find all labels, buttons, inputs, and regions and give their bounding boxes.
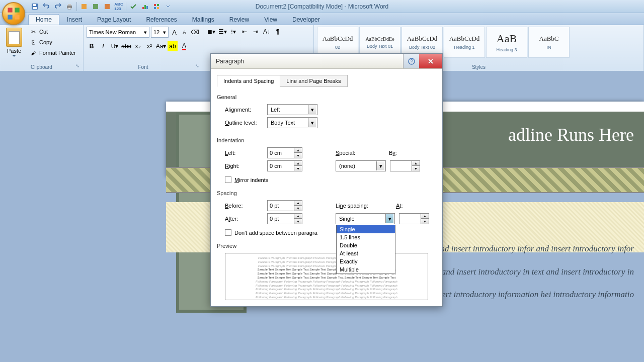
- clear-formatting-icon[interactable]: ⌫: [190, 27, 200, 37]
- tab-home[interactable]: Home: [28, 14, 59, 25]
- spin-down-icon[interactable]: ▼: [294, 153, 302, 158]
- spin-down-icon[interactable]: ▼: [412, 166, 420, 171]
- dialog-title: Paragraph: [216, 58, 244, 65]
- grid-icon[interactable]: [151, 1, 162, 12]
- spin-up-icon[interactable]: ▲: [421, 214, 429, 219]
- underline-button[interactable]: U▾: [110, 41, 120, 51]
- help-button[interactable]: ?: [403, 54, 419, 68]
- chevron-down-icon[interactable]: ▾: [308, 118, 316, 127]
- subscript-button[interactable]: x₂: [133, 41, 143, 51]
- office-button[interactable]: [2, 2, 25, 25]
- indent-left-spinner[interactable]: 0 cm▲▼: [267, 147, 302, 158]
- qat-icon-2[interactable]: [90, 1, 101, 12]
- redo-icon[interactable]: [52, 1, 63, 12]
- indent-by-spinner[interactable]: ▲▼: [390, 160, 420, 171]
- mirror-indents-checkbox[interactable]: [225, 176, 231, 183]
- change-case-button[interactable]: Aa▾: [156, 41, 166, 51]
- strikethrough-button[interactable]: abc: [121, 41, 131, 51]
- line-spacing-option[interactable]: 1.5 lines: [337, 233, 395, 241]
- clipboard-dialog-launcher[interactable]: ⤡: [75, 63, 82, 69]
- bold-button[interactable]: B: [87, 41, 97, 51]
- qat-customize-icon[interactable]: [163, 1, 174, 12]
- chevron-down-icon[interactable]: ▾: [308, 105, 316, 114]
- increase-indent-button[interactable]: ⇥: [251, 27, 261, 37]
- outline-level-combo[interactable]: Body Text▾: [267, 117, 317, 128]
- line-spacing-option[interactable]: Single: [337, 225, 395, 233]
- chevron-down-icon[interactable]: ▾: [385, 214, 393, 223]
- multilevel-button[interactable]: ⁝▾: [228, 27, 238, 37]
- shrink-font-icon[interactable]: A: [180, 27, 189, 37]
- spin-up-icon[interactable]: ▲: [294, 161, 302, 166]
- save-icon[interactable]: [29, 1, 40, 12]
- format-painter-button[interactable]: 🖌Format Painter: [27, 48, 78, 58]
- spacing-at-spinner[interactable]: ▲▼: [399, 213, 429, 224]
- spin-down-icon[interactable]: ▼: [421, 219, 429, 224]
- spin-up-icon[interactable]: ▲: [412, 161, 420, 166]
- italic-button[interactable]: I: [98, 41, 108, 51]
- tab-mailings[interactable]: Mailings: [185, 14, 222, 25]
- show-marks-button[interactable]: ¶: [273, 27, 283, 37]
- tab-review[interactable]: Review: [222, 14, 257, 25]
- tab-insert[interactable]: Insert: [59, 14, 90, 25]
- dont-add-space-checkbox[interactable]: [225, 229, 231, 236]
- line-spacing-combo[interactable]: Single ▾ Single 1.5 lines Double At leas…: [336, 213, 395, 224]
- dont-add-space-label: Don't add space between paragra: [234, 230, 317, 236]
- tab-developer[interactable]: Developer: [285, 14, 328, 25]
- cut-button[interactable]: ✂Cut: [27, 27, 78, 37]
- tab-view[interactable]: View: [257, 14, 285, 25]
- svg-rect-13: [142, 7, 144, 9]
- font-group-label: Font: [87, 63, 200, 70]
- copy-button[interactable]: ⎘Copy: [27, 37, 78, 47]
- grow-font-icon[interactable]: A: [170, 27, 179, 37]
- style-item[interactable]: AaBbCIN: [528, 27, 570, 58]
- print-icon[interactable]: [64, 1, 75, 12]
- style-item[interactable]: AaBbCcDdHeading 1: [444, 27, 485, 58]
- dialog-tab-line-breaks[interactable]: Line and Page Breaks: [280, 75, 347, 87]
- quick-access-toolbar: ABC123: [29, 1, 174, 12]
- svg-rect-18: [154, 7, 156, 9]
- svg-rect-1: [15, 8, 19, 12]
- spacing-before-spinner[interactable]: 0 pt▲▼: [267, 200, 302, 211]
- decrease-indent-button[interactable]: ⇤: [239, 27, 250, 37]
- style-item[interactable]: AaBHeading 3: [486, 27, 527, 58]
- spin-down-icon[interactable]: ▼: [294, 166, 302, 171]
- chart-icon[interactable]: [139, 1, 150, 12]
- check-icon[interactable]: [128, 1, 139, 12]
- numbering-button[interactable]: ☰▾: [217, 27, 227, 37]
- dialog-tab-indents[interactable]: Indents and Spacing: [217, 75, 280, 87]
- spin-down-icon[interactable]: ▼: [294, 206, 302, 211]
- line-spacing-option[interactable]: At least: [337, 249, 395, 257]
- spacing-after-spinner[interactable]: 0 pt▲▼: [267, 213, 302, 224]
- undo-icon[interactable]: [41, 1, 52, 12]
- svg-rect-10: [82, 4, 87, 9]
- line-spacing-option[interactable]: Multiple: [337, 265, 395, 274]
- line-spacing-option[interactable]: Double: [337, 241, 395, 249]
- line-spacing-option[interactable]: Exactly: [337, 257, 395, 265]
- font-size-combo[interactable]: 12▾: [151, 27, 169, 38]
- tab-references[interactable]: References: [138, 14, 184, 25]
- font-name-combo[interactable]: Times New Roman▾: [87, 27, 149, 38]
- sort-button[interactable]: A↓: [262, 27, 272, 37]
- font-dialog-launcher[interactable]: ⤡: [195, 63, 201, 69]
- highlight-button[interactable]: ab: [168, 41, 178, 51]
- spin-down-icon[interactable]: ▼: [294, 219, 302, 224]
- spell-check-icon[interactable]: ABC123: [113, 1, 124, 12]
- outline-level-label: Outline level:: [225, 120, 263, 126]
- dialog-titlebar[interactable]: Paragraph ?: [211, 54, 442, 69]
- spin-up-icon[interactable]: ▲: [294, 214, 302, 219]
- superscript-button[interactable]: x²: [144, 41, 154, 51]
- qat-icon-1[interactable]: [78, 1, 90, 12]
- paste-button[interactable]: Paste: [3, 27, 25, 63]
- close-button[interactable]: [419, 54, 442, 68]
- chevron-down-icon[interactable]: ▾: [376, 161, 384, 170]
- alignment-combo[interactable]: Left▾: [267, 104, 317, 115]
- svg-rect-5: [33, 7, 37, 9]
- special-indent-combo[interactable]: (none)▾: [336, 160, 386, 171]
- spin-up-icon[interactable]: ▲: [294, 148, 302, 153]
- bullets-button[interactable]: ≣▾: [206, 27, 216, 37]
- spin-up-icon[interactable]: ▲: [294, 201, 302, 206]
- qat-icon-3[interactable]: [102, 1, 113, 12]
- font-color-button[interactable]: A: [179, 41, 189, 51]
- indent-right-spinner[interactable]: 0 cm▲▼: [267, 160, 302, 171]
- tab-page-layout[interactable]: Page Layout: [90, 14, 138, 25]
